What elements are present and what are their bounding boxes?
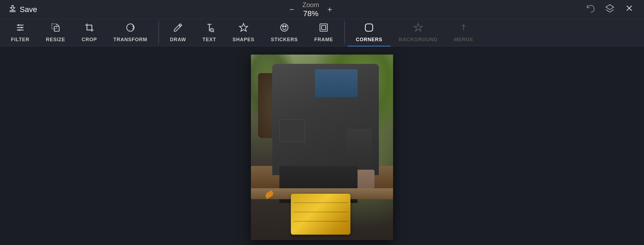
merge-icon (459, 23, 469, 35)
svg-rect-10 (54, 26, 59, 31)
photo-canvas[interactable] (251, 55, 393, 240)
corners-icon (364, 23, 374, 35)
save-icon (8, 4, 17, 15)
filter-label: FILTER (11, 37, 30, 43)
text-label: TEXT (203, 37, 216, 43)
draw-label: DRAW (170, 37, 186, 43)
text-icon (204, 23, 214, 35)
svg-rect-23 (365, 24, 373, 31)
save-label: Save (20, 5, 37, 14)
background-label: BACKGROUND (399, 37, 438, 43)
svg-line-14 (213, 31, 214, 32)
tool-shapes[interactable]: SHAPES (224, 19, 263, 46)
svg-marker-17 (239, 23, 248, 31)
tool-merge[interactable]: MERGE (446, 19, 482, 46)
tool-frame[interactable]: FRAME (306, 19, 341, 46)
svg-point-20 (285, 26, 286, 27)
toolbar-group-right: CORNERS BACKGROUND MERGE (345, 19, 484, 46)
canvas-area (0, 46, 644, 245)
close-button[interactable] (623, 2, 636, 17)
stickers-label: STICKERS (271, 37, 298, 43)
draw-icon (173, 23, 183, 35)
bag-line-3 (294, 202, 348, 203)
svg-point-19 (282, 26, 284, 27)
background-icon (413, 23, 423, 35)
frame-icon (319, 23, 329, 35)
tool-text[interactable]: TEXT (194, 19, 224, 46)
toolbar-group-mid: DRAW TEXT SHAPES (159, 19, 344, 46)
zoom-controls: − Zoom 78% + (287, 1, 335, 18)
pocket (279, 119, 305, 142)
frame-label: FRAME (314, 37, 333, 43)
transform-label: TRANSFORM (113, 37, 147, 43)
stickers-icon (279, 23, 289, 35)
zoom-in-button[interactable]: + (325, 4, 335, 15)
top-bar-left: Save (8, 4, 37, 15)
shapes-icon (239, 23, 248, 35)
yellow-bag (291, 194, 350, 235)
undo-button[interactable] (584, 2, 597, 17)
crop-label: CROP (82, 37, 97, 43)
crop-icon (84, 23, 94, 35)
top-bar-right (584, 2, 636, 17)
save-button[interactable]: Save (8, 4, 37, 15)
svg-point-18 (281, 24, 288, 31)
layers-button[interactable] (604, 2, 616, 17)
svg-point-7 (21, 27, 22, 28)
zoom-value: 78% (303, 9, 318, 18)
bag-line-2 (294, 212, 348, 212)
filter-icon (15, 23, 25, 35)
tool-crop[interactable]: CROP (74, 19, 105, 46)
tool-draw[interactable]: DRAW (162, 19, 194, 46)
shirt (315, 69, 358, 97)
toolbar-group-left: FILTER RESIZE CROP (0, 19, 159, 46)
svg-rect-22 (322, 25, 326, 29)
merge-label: MERGE (454, 37, 473, 43)
resize-label: RESIZE (46, 37, 65, 43)
svg-point-8 (19, 29, 20, 31)
tool-filter[interactable]: FILTER (3, 19, 38, 46)
svg-rect-21 (320, 24, 327, 31)
tool-stickers[interactable]: STICKERS (263, 19, 306, 46)
toolbar: FILTER RESIZE CROP (0, 19, 644, 46)
tool-transform[interactable]: TRANSFORM (105, 19, 156, 46)
zoom-label: Zoom (302, 1, 319, 9)
tool-resize[interactable]: RESIZE (38, 19, 74, 46)
shapes-label: SHAPES (233, 37, 254, 43)
bag-line-1 (294, 221, 348, 222)
corners-label: CORNERS (356, 37, 382, 43)
tool-background[interactable]: BACKGROUND (391, 19, 446, 46)
photo-image (251, 55, 393, 240)
hand (355, 170, 375, 188)
zoom-out-button[interactable]: − (287, 4, 297, 15)
svg-marker-0 (606, 5, 614, 10)
tool-corners[interactable]: CORNERS (348, 19, 391, 47)
top-bar: Save − Zoom 78% + (0, 0, 644, 19)
svg-point-6 (18, 24, 19, 26)
transform-icon (125, 23, 135, 35)
resize-icon (51, 23, 60, 35)
